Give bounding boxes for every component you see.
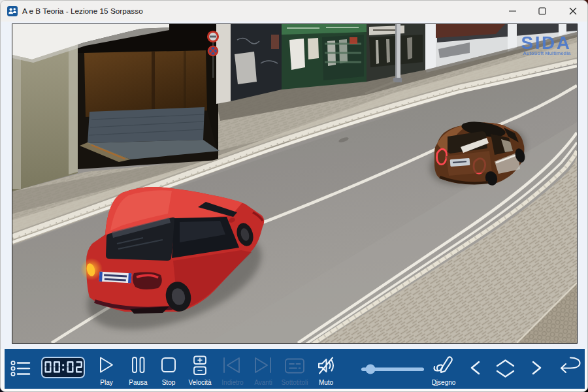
svg-text:Indietro: Indietro (221, 379, 244, 386)
svg-text:AutoSoft Multimedia: AutoSoft Multimedia (523, 50, 572, 56)
svg-text:Velocità: Velocità (188, 379, 211, 386)
svg-text:Sottotitoli: Sottotitoli (281, 379, 308, 386)
svg-text:Disegno: Disegno (432, 379, 456, 386)
svg-text:Stop: Stop (162, 379, 176, 386)
svg-text:Avanti: Avanti (254, 379, 272, 386)
svg-text:Play: Play (100, 379, 112, 386)
svg-text:Pausa: Pausa (129, 379, 148, 386)
svg-text:Muto: Muto (319, 379, 334, 386)
